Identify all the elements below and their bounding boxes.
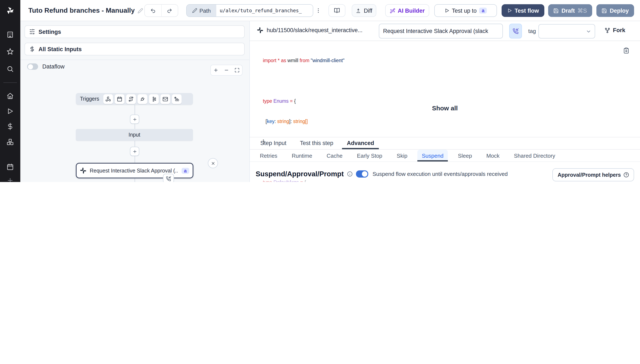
poll-watch-trigger-icon[interactable] — [172, 94, 182, 104]
graph-zoom-controls — [210, 65, 243, 76]
deploy-label: Deploy — [610, 8, 629, 14]
play-icon — [507, 8, 512, 13]
email-trigger-icon[interactable] — [161, 94, 170, 104]
rail-divider — [4, 82, 17, 83]
path-input[interactable] — [216, 5, 313, 16]
suspend-enabled-toggle[interactable] — [356, 170, 368, 178]
windmill-logo[interactable] — [0, 0, 20, 21]
step-header: hub/11500/slack/request_interactive... t… — [250, 21, 640, 41]
home-icon[interactable] — [7, 92, 14, 100]
subtab-runtime[interactable]: Runtime — [287, 150, 316, 162]
remove-node-close-icon[interactable] — [208, 158, 218, 168]
subtab-early-stop[interactable]: Early Stop — [353, 150, 386, 162]
resources-boxes-icon[interactable] — [7, 138, 14, 146]
tag-select[interactable] — [538, 24, 595, 38]
flow-title-text: Tuto Refund branches - Manually — [28, 7, 135, 14]
dataflow-label: Dataflow — [42, 64, 65, 70]
schedules-calendar-icon[interactable] — [7, 164, 14, 170]
wand-icon — [390, 8, 395, 13]
websocket-trigger-icon[interactable] — [138, 94, 147, 104]
ai-builder-button[interactable]: AI Builder — [385, 4, 429, 17]
http-route-trigger-icon[interactable] — [126, 94, 136, 104]
webhook-trigger-icon[interactable] — [103, 94, 113, 104]
zoom-in-icon[interactable] — [214, 68, 219, 73]
hub-path: hub/11500/slack/request_interactive... — [257, 27, 362, 34]
subtab-shared-directory[interactable]: Shared Directory — [510, 150, 559, 162]
step-tabs: Step Input Test this step Advanced — [256, 137, 379, 149]
subtab-suspend[interactable]: Suspend — [417, 150, 448, 162]
diff-label: Diff — [364, 8, 372, 14]
chevron-down-icon — [586, 28, 591, 34]
path-control: Path — [186, 4, 313, 17]
path-label: Path — [199, 8, 211, 14]
more-options-kebab-icon[interactable] — [314, 4, 323, 17]
redo-button[interactable] — [161, 5, 178, 16]
subtab-sleep[interactable]: Sleep — [454, 150, 476, 162]
undo-button[interactable] — [145, 5, 161, 16]
approval-prompt-helpers-button[interactable]: Approval/Prompt helpers — [552, 168, 634, 181]
suspend-phone-incoming-badge — [163, 174, 174, 182]
zoom-out-icon[interactable] — [224, 68, 229, 73]
suspend-description: Suspend flow execution until events/appr… — [372, 171, 508, 177]
all-static-inputs-label: All Static Inputs — [39, 46, 82, 52]
input-node[interactable]: Input — [76, 129, 193, 141]
path-button[interactable]: Path — [187, 5, 216, 16]
slack-icon — [80, 168, 86, 174]
suspend-header: Suspend/Approval/Prompt Suspend flow exe… — [256, 170, 508, 178]
flow-panel: Settings All Static Inputs Dataflow Trig… — [20, 21, 250, 182]
subtab-retries[interactable]: Retries — [256, 150, 282, 162]
git-fork-icon — [604, 27, 610, 33]
insert-step-button[interactable] — [130, 147, 139, 156]
deploy-button[interactable]: Deploy — [596, 4, 634, 17]
favorites-star-icon[interactable] — [7, 48, 14, 55]
schedule-trigger-icon[interactable] — [115, 94, 125, 104]
diff-button[interactable]: Diff — [352, 4, 376, 17]
suspend-phone-toggle-button[interactable] — [509, 24, 522, 38]
draft-label: Draft — [561, 8, 575, 14]
draft-button[interactable]: Draft ⌘S — [548, 4, 592, 17]
show-all-button[interactable]: Show all — [250, 104, 640, 112]
search-icon[interactable] — [7, 65, 14, 72]
hub-path-text: hub/11500/slack/request_interactive... — [267, 27, 362, 34]
helpers-label: Approval/Prompt helpers — [558, 172, 621, 178]
dataflow-toggle[interactable] — [27, 64, 38, 70]
slack-icon — [257, 27, 263, 34]
docs-book-button[interactable] — [328, 4, 345, 17]
all-static-inputs-button[interactable]: All Static Inputs — [25, 43, 245, 56]
play-icon — [444, 8, 449, 13]
tab-advanced[interactable]: Advanced — [342, 137, 379, 149]
step-detail-panel: hub/11500/slack/request_interactive... t… — [250, 21, 640, 182]
fork-button[interactable]: Fork — [604, 27, 625, 34]
subtab-skip[interactable]: Skip — [392, 150, 412, 162]
kafka-trigger-icon[interactable] — [149, 94, 159, 104]
test-up-to-label: Test up to — [452, 8, 477, 14]
workspace-icon[interactable] — [7, 31, 14, 38]
undo-redo-group — [144, 4, 178, 17]
windmill-flow-editor: Tuto Refund branches - Manually Path Dif… — [0, 0, 640, 182]
tab-test-this-step[interactable]: Test this step — [295, 137, 338, 149]
test-up-to-button[interactable]: Test up to a — [434, 4, 497, 17]
fit-view-icon[interactable] — [234, 68, 239, 73]
test-flow-button[interactable]: Test flow — [502, 4, 544, 17]
add-plus-icon[interactable] — [7, 177, 14, 182]
subtab-mock[interactable]: Mock — [482, 150, 504, 162]
flow-title: Tuto Refund branches - Manually — [28, 4, 143, 17]
node-title: Request Interactive Slack Approval (... — [90, 168, 178, 174]
runs-play-icon[interactable] — [7, 108, 14, 115]
subtabs-underline — [250, 162, 640, 162]
step-name-input[interactable] — [379, 24, 503, 38]
subtab-cache[interactable]: Cache — [322, 150, 347, 162]
edit-title-pencil-icon[interactable] — [138, 8, 143, 13]
plus-minus-icon — [356, 8, 361, 13]
left-rail — [0, 0, 20, 182]
insert-step-button[interactable] — [130, 114, 139, 124]
ai-builder-label: AI Builder — [398, 8, 425, 14]
settings-button[interactable]: Settings — [25, 25, 245, 38]
variables-dollar-icon[interactable] — [7, 123, 14, 130]
slack-approval-node[interactable]: Request Interactive Slack Approval (... … — [76, 163, 193, 178]
topbar: Tuto Refund branches - Manually Path Dif… — [20, 0, 640, 21]
info-icon[interactable] — [347, 171, 353, 177]
save-icon — [553, 8, 559, 13]
tab-step-input[interactable]: Step Input — [256, 137, 291, 149]
copy-code-clipboard-icon[interactable] — [623, 47, 629, 54]
